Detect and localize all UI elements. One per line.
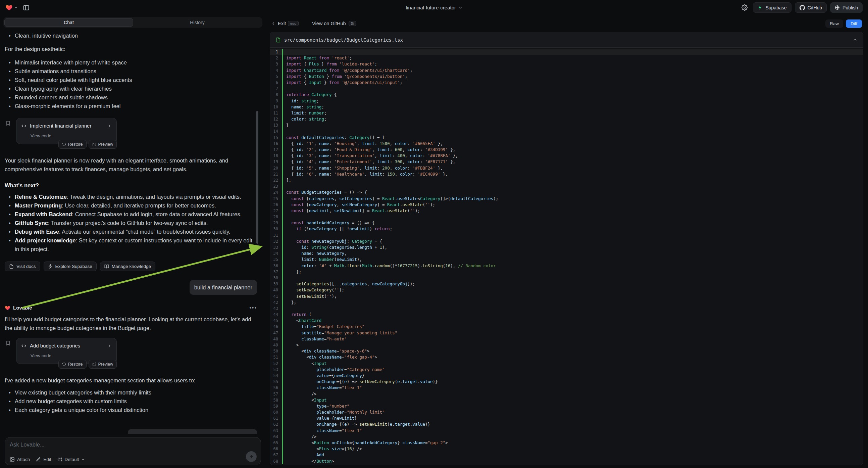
publish-label: Publish — [842, 5, 858, 10]
code-line: 41 setNewLimit(''); — [270, 293, 863, 299]
code-line: 34 name: newCategory, — [270, 251, 863, 257]
assistant-header: Lovable ••• — [5, 303, 257, 312]
list-item: Each category gets a unique color for vi… — [5, 406, 257, 414]
sliders-icon — [57, 457, 62, 462]
code-line: 8interface Category { — [270, 92, 863, 98]
tab-chat[interactable]: Chat — [4, 18, 133, 27]
list-item: Clean typography with clear hierarchies — [5, 84, 257, 93]
code-line: 61 value={newLimit} — [270, 415, 863, 421]
code-line: 66 <Plus size={16} /> — [270, 446, 863, 452]
code-line: 31 — [270, 232, 863, 238]
code-line: 44 return ( — [270, 312, 863, 318]
code-line: 52 <Input — [270, 360, 863, 367]
project-name: financial-future-creator — [406, 5, 456, 10]
user-message: would be cool if you could add budget ca… — [128, 429, 257, 434]
publish-button[interactable]: Publish — [830, 2, 863, 13]
code-line: 54 value={newCategory} — [270, 373, 863, 379]
quick-actions-row: Visit docs Explore Supabase Manage knowl… — [5, 262, 257, 271]
model-selector[interactable]: Default — [57, 457, 85, 462]
code-line: 9 id: string; — [270, 98, 863, 104]
code-line: 50 <div className="space-y-6"> — [270, 348, 863, 354]
external-link-icon — [92, 142, 96, 146]
assistant-name: Lovable — [13, 303, 32, 312]
bookmark-icon[interactable] — [5, 341, 11, 346]
send-button[interactable] — [246, 451, 257, 462]
chat-history-tabs: Chat History — [3, 17, 262, 28]
restore-button[interactable]: Restore — [58, 360, 87, 369]
tab-history[interactable]: History — [133, 18, 261, 27]
code-line: 24const BudgetCategories = () => { — [270, 189, 863, 195]
code-line: 68 </Button> — [270, 458, 863, 464]
topbar: financial-future-creator Supabase GitHub — [0, 0, 868, 15]
code-line: 28 — [270, 214, 863, 220]
code-line: 49 > — [270, 342, 863, 348]
code-editor[interactable]: 12import React from 'react';3import { Pl… — [270, 48, 863, 465]
project-switcher[interactable]: financial-future-creator — [406, 0, 462, 15]
whats-next-heading: What's next? — [5, 181, 257, 190]
code-line: 15const defaultCategories: Category[] = … — [270, 135, 863, 141]
code-line: 36 color: '#' + Math.floor(Math.random()… — [270, 263, 863, 269]
list-item: Refine & Customize: Tweak the design, an… — [5, 193, 257, 201]
pencil-icon — [36, 457, 41, 462]
code-icon — [21, 343, 27, 349]
manage-knowledge-button[interactable]: Manage knowledge — [100, 262, 155, 271]
user-message: build a financial planner — [190, 280, 257, 295]
code-line: 25 const [categories, setCategories] = R… — [270, 196, 863, 202]
image-attach-icon — [10, 457, 15, 462]
raw-toggle-button[interactable]: Raw — [826, 20, 843, 28]
preview-button[interactable]: Preview — [89, 140, 117, 149]
code-line: 48 className="h-auto" — [270, 336, 863, 342]
bookmark-icon[interactable] — [5, 120, 11, 126]
settings-button[interactable] — [740, 3, 750, 13]
code-line: 13} — [270, 122, 863, 128]
visit-docs-button[interactable]: Visit docs — [5, 262, 40, 271]
list-item: Expand with Backend: Connect Supabase to… — [5, 210, 257, 218]
preview-button[interactable]: Preview — [89, 360, 117, 369]
code-line: 67 Add — [270, 452, 863, 458]
design-bullet-list: Minimalist interface with plenty of whit… — [5, 58, 257, 111]
code-line: 17 { id: '2', name: 'Food & Dining', lim… — [270, 147, 863, 153]
chevron-down-icon — [81, 458, 85, 461]
supabase-button[interactable]: Supabase — [753, 2, 791, 13]
restore-icon — [62, 362, 66, 366]
esc-shortcut-badge: esc — [288, 21, 299, 26]
edit-card-title: Add budget categories — [30, 342, 104, 350]
code-line: 38 — [270, 275, 863, 281]
view-on-github-button[interactable]: View on GitHub G — [312, 21, 356, 26]
file-header[interactable]: src/components/budget/BudgetCategories.t… — [270, 32, 863, 48]
github-shortcut-badge: G — [349, 21, 356, 26]
code-line: 43 — [270, 305, 863, 312]
prompt-input[interactable] — [10, 441, 207, 448]
file-diff-card: src/components/budget/BudgetCategories.t… — [270, 32, 863, 465]
list-item: Glass-morphic elements for a premium fee… — [5, 102, 257, 111]
sidebar-toggle-button[interactable] — [21, 3, 31, 13]
chat-scrollbar-thumb[interactable] — [256, 111, 258, 244]
attach-button[interactable]: Attach — [10, 457, 30, 462]
code-line: 21 { id: '6', name: 'Healthcare', limit:… — [270, 171, 863, 177]
code-line: 62 onChange={(e) => setNewLimit(e.target… — [270, 421, 863, 428]
github-button[interactable]: GitHub — [795, 2, 827, 13]
chevron-up-icon[interactable] — [852, 37, 858, 42]
edit-mode-button[interactable]: Edit — [36, 457, 51, 462]
code-line: 46 title="Budget Categories" — [270, 324, 863, 330]
code-line: 27 const [newLimit, setNewLimit] = React… — [270, 208, 863, 214]
chevron-down-icon — [458, 6, 462, 10]
view-code-link[interactable]: View code — [31, 351, 112, 360]
list-item: Add new budget categories with custom li… — [5, 397, 257, 406]
code-line: 45 <ChartCard — [270, 318, 863, 324]
lovable-logo-menu[interactable] — [5, 4, 18, 11]
diff-toggle-button[interactable]: Diff — [846, 20, 862, 28]
explore-supabase-button[interactable]: Explore Supabase — [43, 262, 97, 271]
code-line: 65 <Button onClick={handleAddCategory} c… — [270, 440, 863, 446]
document-icon — [9, 264, 14, 269]
message-menu-button[interactable]: ••• — [249, 303, 257, 312]
view-code-link[interactable]: View code — [31, 131, 112, 140]
assistant-text: Your sleek financial planner is now read… — [5, 156, 257, 174]
supabase-icon — [757, 5, 763, 10]
code-line: 64 /> — [270, 434, 863, 440]
tool-call-block: Add budget categories View code Restore — [5, 338, 119, 364]
restore-button[interactable]: Restore — [58, 140, 87, 149]
file-path: src/components/budget/BudgetCategories.t… — [284, 37, 403, 42]
exit-button[interactable]: Exit esc — [271, 21, 299, 26]
list-item: Soft, neutral color palette with light b… — [5, 76, 257, 84]
